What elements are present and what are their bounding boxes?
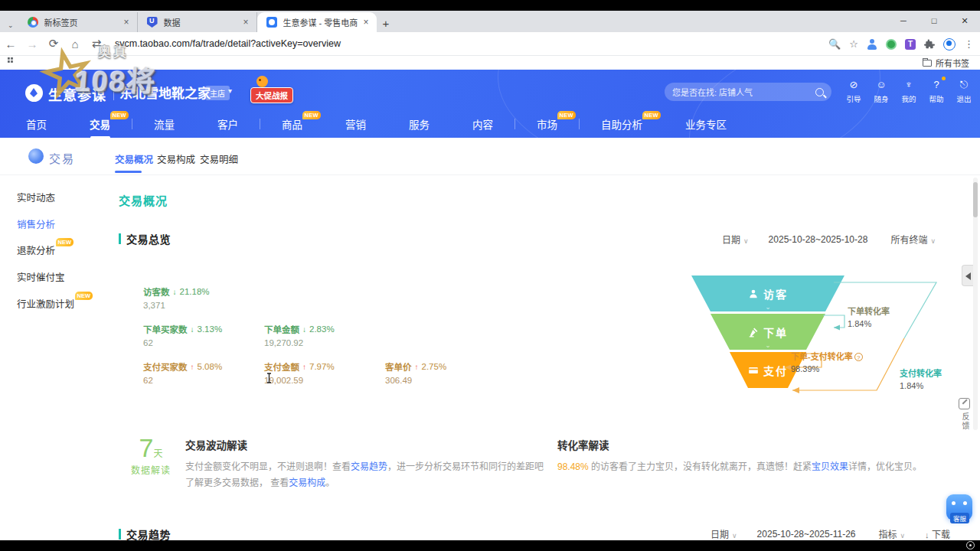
- shield-icon: [147, 17, 158, 28]
- date-type-select[interactable]: 日期∨: [722, 233, 749, 246]
- help-question-icon[interactable]: ?: [854, 353, 863, 361]
- date-range-select[interactable]: 2025-10-28~2025-10-28: [769, 234, 868, 245]
- sycm-favicon-icon: [266, 17, 277, 28]
- browser-tab-newtab[interactable]: 新标签页 ×: [18, 12, 138, 32]
- bookmark-star-icon[interactable]: ☆: [849, 38, 858, 50]
- nav-market[interactable]: 市场NEW: [534, 116, 560, 132]
- shop-chevron-down-icon[interactable]: ▾: [228, 86, 232, 95]
- profile-avatar[interactable]: [943, 38, 956, 51]
- divider: [113, 86, 114, 100]
- composition-link[interactable]: 交易构成: [289, 478, 325, 488]
- nav-traffic[interactable]: 流量: [151, 116, 178, 132]
- header-search-box[interactable]: 您是否在找: 店铺人气: [665, 83, 831, 101]
- sidebar-item-industry-incentive[interactable]: 行业激励计划NEW: [17, 296, 74, 311]
- overview-filters: 日期∨ 2025-10-28~2025-10-28 所有终端∨: [722, 233, 956, 246]
- browser-tab-data[interactable]: 数据 ×: [138, 12, 257, 32]
- customer-service-button[interactable]: 客服: [946, 494, 972, 523]
- extension-person-icon[interactable]: [867, 39, 877, 50]
- nav-trade[interactable]: 交易NEW: [87, 116, 113, 132]
- metric-visitors[interactable]: 访客数↓21.18% 3,371: [143, 285, 264, 323]
- up-arrow-icon: ↑: [191, 363, 194, 371]
- extension-green-icon[interactable]: [886, 39, 897, 50]
- download-button[interactable]: ↓ 下载: [925, 527, 950, 540]
- nav-self-analysis[interactable]: 自助分析NEW: [598, 116, 645, 132]
- toolbar-extensions: 🔍 ☆ T ⋮: [828, 32, 974, 56]
- panel-collapse-handle[interactable]: [962, 265, 973, 286]
- nav-service[interactable]: 服务: [406, 116, 433, 132]
- extension-purple-icon[interactable]: T: [905, 39, 916, 50]
- tab-trade-composition[interactable]: 交易构成: [157, 152, 195, 166]
- extensions-puzzle-icon[interactable]: [924, 39, 935, 50]
- trend-date-type-select[interactable]: 日期∨: [710, 527, 737, 540]
- nav-customer[interactable]: 客户: [214, 116, 241, 132]
- metric-avg-order-value[interactable]: 客单价↑2.75% 306.49: [385, 360, 515, 398]
- logout-button[interactable]: ⎋ 退出: [951, 78, 977, 104]
- mobile-button[interactable]: ☺ 随身: [868, 78, 894, 104]
- sidebar-item-payment-reminder[interactable]: 实时催付宝: [17, 269, 65, 284]
- back-icon[interactable]: ←: [0, 37, 21, 51]
- apps-grid-icon[interactable]: [8, 57, 16, 66]
- metric-pay-amount[interactable]: 支付金额↑7.97% 19,002.59: [264, 360, 385, 398]
- tab-search-icon[interactable]: ⌄: [8, 21, 14, 29]
- trend-filters: 日期∨ 2025-10-28~2025-11-26 指标∨ ↓ 下载: [710, 527, 950, 540]
- sycm-logo-icon[interactable]: [25, 84, 43, 102]
- sidebar-item-sales-analysis[interactable]: 销售分析: [17, 217, 55, 231]
- metric-value: 19,270.92: [264, 338, 385, 347]
- trend-section-title: 交易趋势: [126, 527, 171, 542]
- metric-order-buyers[interactable]: 下单买家数↓3.13% 62: [143, 323, 264, 360]
- home-icon[interactable]: ⌂: [64, 37, 86, 51]
- metric-pay-buyers[interactable]: 支付买家数↑5.08% 62: [143, 360, 264, 398]
- metric-order-amount[interactable]: 下单金额↓2.83% 19,270.92: [264, 323, 385, 360]
- address-bar[interactable]: sycm.taobao.com/fa/trade/detail?activeKe…: [115, 38, 341, 49]
- help-button[interactable]: ? 帮助: [923, 78, 949, 104]
- tab-close-icon[interactable]: ×: [243, 17, 249, 28]
- shop-name[interactable]: 东北雪地靴之家: [119, 83, 211, 102]
- nav-content[interactable]: 内容: [469, 116, 496, 132]
- sidebar-item-refund-analysis[interactable]: 退款分析NEW: [17, 243, 55, 257]
- main-nav: 首页 交易NEW 流量 客户 商品NEW 营销 服务 内容 市场NEW 自助分析…: [0, 109, 980, 138]
- nav-marketing[interactable]: 营销: [342, 116, 369, 132]
- item-effect-link[interactable]: 宝贝效果: [812, 461, 848, 472]
- search-icon[interactable]: [815, 88, 824, 96]
- sidebar-item-realtime[interactable]: 实时动态: [17, 190, 55, 204]
- funnel-stage-order[interactable]: 下单 ⌄: [691, 314, 844, 350]
- nav-business-zone[interactable]: 业务专区: [682, 116, 730, 132]
- screen: ⌄ 新标签页 × 数据 × 生意参谋 - 零售电商大数据产... × + ─ □…: [0, 0, 980, 551]
- my-account-button[interactable]: ♆ 我的: [896, 78, 922, 104]
- trend-date-range-select[interactable]: 2025-10-28~2025-11-26: [757, 529, 856, 540]
- up-arrow-icon: ↑: [302, 363, 306, 371]
- scrollbar-thumb[interactable]: [973, 182, 978, 217]
- trend-link[interactable]: 交易趋势: [351, 461, 387, 472]
- maximize-button[interactable]: □: [919, 11, 949, 32]
- forward-icon[interactable]: →: [21, 37, 43, 51]
- new-tab-button[interactable]: +: [383, 17, 390, 32]
- tab-title: 数据: [164, 16, 237, 28]
- guide-button[interactable]: ⊘ 引导: [841, 78, 867, 104]
- feedback-button[interactable]: 反馈: [956, 398, 972, 431]
- module-subnav: 交易 交易概况 交易构成 交易明细: [0, 140, 980, 175]
- new-badge: NEW: [302, 111, 321, 119]
- tab-trade-detail[interactable]: 交易明细: [200, 152, 238, 166]
- zoom-icon[interactable]: 🔍: [828, 38, 841, 50]
- scrollbar[interactable]: [973, 178, 978, 430]
- minimize-button[interactable]: ─: [888, 11, 919, 32]
- promo-label[interactable]: 大促战报: [250, 87, 293, 103]
- close-button[interactable]: ✕: [949, 11, 980, 32]
- menu-kebab-icon[interactable]: ⋮: [964, 38, 974, 50]
- nav-home[interactable]: 首页: [23, 116, 50, 132]
- browser-tab-sycm[interactable]: 生意参谋 - 零售电商大数据产... ×: [257, 12, 377, 32]
- terminal-select[interactable]: 所有终端∨: [890, 233, 936, 246]
- tab-close-icon[interactable]: ×: [124, 17, 129, 28]
- download-icon: ↓: [925, 530, 929, 540]
- tab-close-icon[interactable]: ×: [364, 17, 369, 28]
- trend-metric-select[interactable]: 指标∨: [879, 527, 906, 540]
- tab-trade-overview[interactable]: 交易概况: [115, 152, 153, 166]
- module-title: 交易: [49, 150, 75, 166]
- funnel-stage-visitors[interactable]: 访客 ⌄: [691, 276, 844, 311]
- brand-name[interactable]: 生意参谋: [48, 84, 106, 104]
- smiley-app-icon: ☺: [868, 78, 894, 92]
- all-bookmarks-button[interactable]: 所有书签: [923, 57, 969, 69]
- site-info-icon[interactable]: ⇄: [86, 37, 107, 51]
- nav-product[interactable]: 商品NEW: [279, 116, 305, 132]
- reload-icon[interactable]: ⟳: [43, 37, 64, 51]
